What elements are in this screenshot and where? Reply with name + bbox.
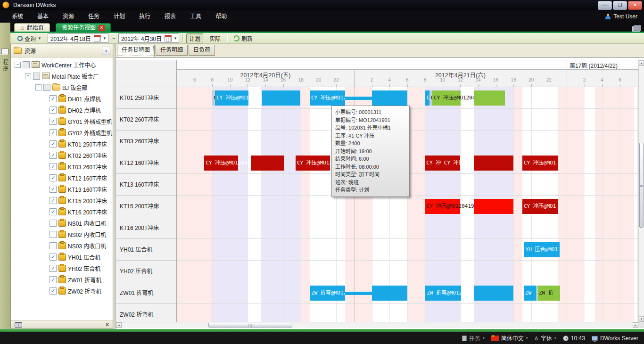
tree-checkbox[interactable]: ✓ xyxy=(50,254,57,261)
tab-close-icon[interactable]: × xyxy=(99,25,105,31)
vertical-scrollbar[interactable]: ▲ ☰ ▼ xyxy=(638,60,644,322)
tree-item[interactable]: −WorkCenter 工作中心 xyxy=(11,59,113,70)
scroll-right-icon[interactable]: ► xyxy=(633,322,638,328)
status-item[interactable]: 简体中文▾ xyxy=(491,334,528,342)
tree-item[interactable]: ✓KT16 200T冲床 xyxy=(11,206,113,217)
tree-item[interactable]: ✓DH02 点焊机 xyxy=(11,104,113,115)
tree-expander-icon[interactable]: − xyxy=(25,73,31,79)
gantt-task-bar[interactable]: CY 冲压@MO1 xyxy=(522,156,558,171)
tree-item[interactable]: ✓KT13 160T冲床 xyxy=(11,183,113,195)
tree-item[interactable]: ✓KT12 160T冲床 xyxy=(11,172,113,183)
scroll-down-icon[interactable]: ▼ xyxy=(639,316,644,322)
gantt-task-bar[interactable]: CY 冲压@MO12041902 xyxy=(432,90,461,106)
tree-item[interactable]: NS03 内收口机 xyxy=(11,240,113,251)
tree-checkbox[interactable]: ✓ xyxy=(50,287,57,295)
tree-item[interactable]: ✓KT02 260T冲床 xyxy=(11,149,113,161)
vertical-scroll-thumb[interactable]: ☰ xyxy=(639,143,644,228)
menu-item-4[interactable]: 任务 xyxy=(81,10,107,23)
horizontal-scrollbar[interactable]: ◄ ||| ► xyxy=(116,322,638,328)
menu-item-9[interactable]: 帮助 xyxy=(208,10,234,23)
search-button[interactable]: 查询 ▼ xyxy=(14,33,44,43)
date-to-field[interactable]: 2012年 4月30日 ▼ xyxy=(118,33,179,43)
minimize-button[interactable]: — xyxy=(598,1,612,10)
tree-item[interactable]: ✓KT15 200T冲床 xyxy=(11,195,113,206)
menu-item-6[interactable]: 执行 xyxy=(132,10,157,23)
tree-expander-icon[interactable]: − xyxy=(15,62,21,68)
tab-start-page[interactable]: ⌂ 起始页 xyxy=(14,23,50,32)
gantt-task-bar[interactable] xyxy=(474,156,514,171)
clear-icon[interactable]: × xyxy=(106,321,109,328)
status-item[interactable]: 任务▾ xyxy=(462,334,485,342)
gantt-task-bar[interactable]: CY 冲压@MO12041904 xyxy=(204,156,238,171)
tree-checkbox[interactable] xyxy=(43,84,50,91)
tree-checkbox[interactable]: ✓ xyxy=(50,163,57,170)
tree-item[interactable]: ✓KT03 260T冲床 xyxy=(11,161,113,172)
tab-resource-task-view[interactable]: 资源任务视图 × xyxy=(56,23,111,32)
tree-item[interactable]: ✓ZW02 折弯机 xyxy=(11,285,113,296)
gantt-task-bar[interactable]: YH 压合@MO1 xyxy=(524,242,560,257)
tree-checkbox[interactable]: ✓ xyxy=(50,186,57,193)
tree-checkbox[interactable]: ✓ xyxy=(50,276,57,283)
scroll-left-icon[interactable]: ◄ xyxy=(116,322,122,328)
tree-checkbox[interactable] xyxy=(23,61,30,68)
horizontal-scroll-thumb[interactable]: ||| xyxy=(208,323,292,328)
tree-item[interactable]: NS01 内收口机 xyxy=(11,217,113,229)
tree-checkbox[interactable]: ✓ xyxy=(50,197,57,204)
program-panel-icon[interactable] xyxy=(1,49,8,54)
gantt-task-bar[interactable]: C xyxy=(429,90,433,106)
gantt-task-bar[interactable]: CY 冲压@MO12041901 xyxy=(310,90,345,106)
tree-checkbox[interactable] xyxy=(50,231,57,238)
gantt-task-bar[interactable]: CY 冲压@MO12041901 xyxy=(215,90,248,106)
scroll-up-icon[interactable]: ▲ xyxy=(639,60,644,66)
menu-item-7[interactable]: 报表 xyxy=(157,10,183,23)
tree-checkbox[interactable]: ✓ xyxy=(50,95,57,102)
program-strip-label[interactable]: 程序 xyxy=(1,59,9,72)
actual-toggle-button[interactable]: 实际 xyxy=(206,33,223,43)
find-icon[interactable] xyxy=(15,322,22,327)
user-chip[interactable]: Test User xyxy=(605,10,637,23)
tree-item[interactable]: ✓GY02 外桶成型机 xyxy=(11,127,113,138)
tree-checkbox[interactable] xyxy=(33,73,40,80)
tab-list-icon[interactable] xyxy=(634,25,641,31)
tree-item[interactable]: ✓YH01 压合机 xyxy=(11,251,113,262)
menu-item-3[interactable]: 资源 xyxy=(56,10,81,23)
tree-checkbox[interactable]: ✓ xyxy=(50,118,57,125)
tree-item[interactable]: ✓GY01 外桶成型机 xyxy=(11,115,113,127)
tree-item[interactable]: ✓YH02 压合机 xyxy=(11,262,113,274)
gantt-task-bar[interactable] xyxy=(474,90,505,106)
tree-expander-icon[interactable]: − xyxy=(35,84,41,90)
status-item[interactable]: DWorks Server xyxy=(592,335,638,342)
menu-item-1[interactable]: 系统 xyxy=(5,10,30,23)
status-item[interactable]: 10:43 xyxy=(563,335,585,342)
view-tab-1[interactable]: 任务甘特图 xyxy=(117,45,155,57)
tree-item[interactable]: ✓DH01 点焊机 xyxy=(11,93,113,104)
gantt-task-bar[interactable]: CY 冲 CY 冲压@MO12041904 xyxy=(425,156,460,171)
gantt-task-bar[interactable]: ZW 折 xyxy=(537,286,560,301)
tree-item[interactable]: NS02 内收口机 xyxy=(11,229,113,240)
tree-checkbox[interactable] xyxy=(50,242,57,249)
menu-item-5[interactable]: 计划 xyxy=(107,10,132,23)
gantt-task-bar[interactable] xyxy=(262,90,301,106)
tree-item[interactable]: ✓ZW01 折弯机 xyxy=(11,274,113,285)
tree-checkbox[interactable]: ✓ xyxy=(50,208,57,215)
view-tab-3[interactable]: 日负荷 xyxy=(189,45,215,56)
tree-checkbox[interactable]: ✓ xyxy=(50,174,57,181)
restore-button[interactable]: ❐ xyxy=(613,1,627,10)
gantt-task-bar[interactable]: CY 冲压@MO1 xyxy=(522,199,558,214)
tree-item[interactable]: −BJ 钣金部 xyxy=(11,82,113,93)
tree-checkbox[interactable] xyxy=(50,220,57,227)
gantt-task-bar[interactable]: CY 冲压@MO12041904 xyxy=(296,156,330,171)
gantt-task-bar[interactable] xyxy=(251,156,284,171)
gantt-task-bar[interactable] xyxy=(372,286,407,301)
refresh-button[interactable]: 刷新 xyxy=(231,33,256,43)
gantt-task-bar[interactable] xyxy=(474,286,514,301)
gantt-task-bar[interactable] xyxy=(345,292,372,295)
gantt-task-bar[interactable]: CY 冲压@MO12041903 xyxy=(425,199,460,214)
date-from-field[interactable]: 2012年 4月18日 ▼ xyxy=(48,33,108,43)
tree-checkbox[interactable]: ✓ xyxy=(50,140,57,147)
tree-checkbox[interactable]: ✓ xyxy=(50,265,57,272)
view-tab-2[interactable]: 任务明细 xyxy=(156,45,188,56)
gantt-task-bar[interactable] xyxy=(372,90,407,106)
status-item[interactable]: A字体▾ xyxy=(535,334,556,342)
tree-checkbox[interactable]: ✓ xyxy=(50,106,57,114)
